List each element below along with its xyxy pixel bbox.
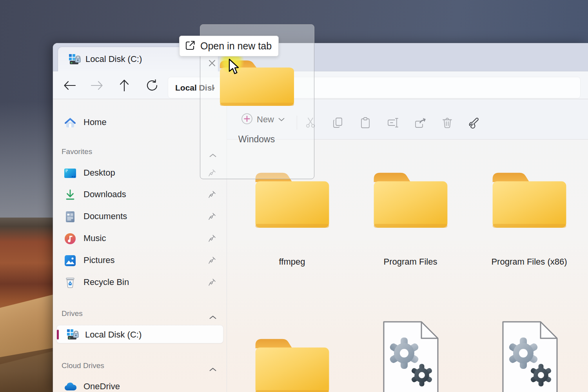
folder-icon[interactable] [251, 331, 333, 392]
cursor-icon [229, 58, 241, 78]
sidebar-item-desktop[interactable]: Desktop [55, 163, 224, 182]
dragged-item-label: Windows [216, 134, 297, 145]
section-favorites[interactable]: Favorites [62, 145, 218, 158]
file-label[interactable]: ffmpeg [279, 257, 305, 267]
up-icon[interactable] [114, 78, 134, 93]
tooltip-label: Open in new tab [200, 40, 272, 52]
sidebar-item-local-disk[interactable]: Local Disk (C:) [56, 325, 223, 343]
recycle-bin-icon [64, 276, 76, 289]
folder-icon[interactable] [369, 165, 451, 232]
tab-bar: Local Disk (C:) [53, 43, 588, 71]
sidebar-item-music[interactable]: Music [55, 229, 224, 248]
desktop-icon [64, 167, 76, 180]
folder-icon[interactable] [488, 165, 570, 232]
delete-icon[interactable] [438, 113, 457, 132]
copy-icon[interactable] [328, 113, 347, 132]
chevron-up-icon[interactable] [209, 363, 217, 376]
share-icon[interactable] [411, 113, 430, 132]
pictures-icon [64, 254, 76, 267]
sidebar-item-downloads[interactable]: Downloads [55, 185, 224, 204]
sidebar-item-home[interactable]: Home [55, 113, 224, 132]
file-label[interactable]: Program Files [384, 257, 437, 267]
pin-icon[interactable] [208, 191, 216, 198]
rename-icon[interactable] [383, 113, 402, 132]
tab-title: Local Disk (C:) [85, 47, 142, 71]
sidebar-item-recycle-bin[interactable]: Recycle Bin [55, 273, 224, 292]
refresh-icon[interactable] [142, 78, 162, 93]
pin-icon[interactable] [208, 234, 216, 242]
chevron-up-icon[interactable] [209, 311, 217, 324]
navigation-bar: Local Disk (C:) [53, 71, 588, 99]
sidebar-item-onedrive[interactable]: OneDrive [55, 377, 224, 392]
desktop: Local Disk (C:) Local Disk (C:) [0, 0, 588, 392]
pin-icon[interactable] [208, 278, 216, 286]
section-cloud-drives[interactable]: Cloud Drives [62, 359, 218, 372]
music-icon [64, 232, 76, 245]
section-drives[interactable]: Drives [62, 307, 218, 320]
drag-tooltip: Open in new tab [179, 36, 279, 56]
properties-icon[interactable] [466, 113, 485, 132]
pin-icon[interactable] [208, 212, 216, 220]
documents-icon [64, 211, 76, 223]
home-icon [64, 116, 76, 129]
drive-icon [68, 53, 82, 67]
downloads-icon [64, 189, 76, 201]
wallpaper-haze [0, 102, 55, 235]
pin-icon[interactable] [208, 256, 216, 264]
onedrive-icon [64, 381, 76, 392]
file-label[interactable]: Program Files (x86) [491, 257, 567, 267]
back-icon[interactable] [60, 78, 80, 93]
selection-accent-bar [57, 330, 59, 339]
file-explorer-window: Local Disk (C:) Local Disk (C:) [53, 43, 588, 392]
forward-icon[interactable] [87, 78, 107, 93]
system-file-icon[interactable] [500, 319, 560, 392]
drive-icon [66, 328, 80, 343]
open-new-tab-icon [185, 40, 196, 53]
system-file-icon[interactable] [381, 319, 441, 392]
sidebar-item-documents[interactable]: Documents [55, 207, 224, 226]
paste-icon[interactable] [356, 113, 375, 132]
sidebar-item-pictures[interactable]: Pictures [55, 251, 224, 270]
